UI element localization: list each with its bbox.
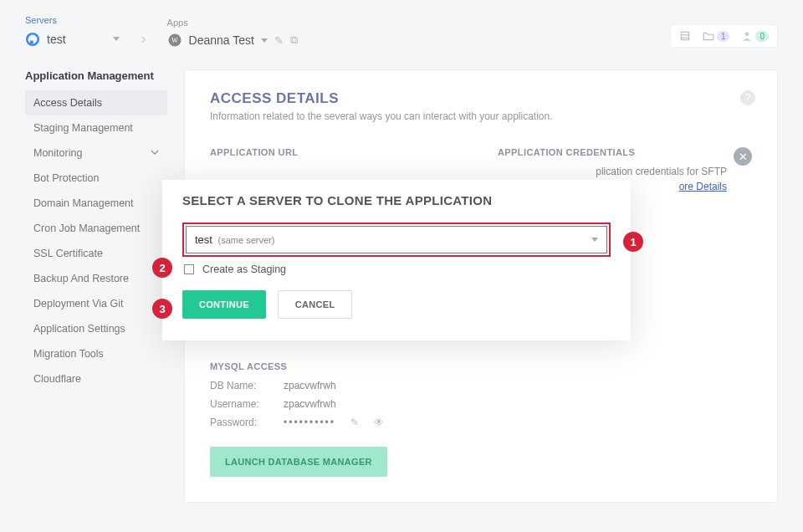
annotation-3: 3 [152,299,172,319]
cred-heading: APPLICATION CREDENTIALS [498,147,727,157]
cancel-button[interactable]: CANCEL [278,290,353,319]
svg-point-7 [745,32,749,36]
sidebar-item-cloudflare[interactable]: Cloudflare [25,366,167,391]
panel-title: ACCESS DETAILS [210,90,752,107]
select-value: test [195,233,212,246]
pass-key: Password: [210,417,269,428]
staging-row: Create as Staging [184,263,611,275]
sidebar-item-domain[interactable]: Domain Management [25,191,167,216]
app-url-heading: APPLICATION URL [210,147,464,157]
external-link-icon[interactable]: ⧉ [290,33,298,47]
breadcrumb-servers: Servers test › [25,15,146,48]
server-select[interactable]: test (same server) [186,226,607,253]
user-badge[interactable]: 0 [741,30,769,42]
mysql-section: MYSQL ACCESS DB Name:zpacvwfrwh Username… [210,361,752,477]
sidebar-item-settings[interactable]: Application Settings [25,316,167,341]
launch-db-button[interactable]: LAUNCH DATABASE MANAGER [210,447,387,477]
annotation-2: 2 [152,258,172,278]
pencil-icon[interactable]: ✎ [274,34,284,47]
svg-rect-1 [30,40,33,43]
clone-modal: SELECT A SERVER TO CLONE THE APPLICATION… [162,180,631,340]
digitalocean-icon [25,32,40,47]
app-name[interactable]: Deanna Test [189,33,254,47]
apps-label: Apps [167,18,298,28]
continue-button[interactable]: CONTINUE [182,290,266,319]
user-val: zpacvwfrwh [284,398,336,410]
svg-rect-4 [681,32,688,39]
sidebar-item-monitoring[interactable]: Monitoring [25,141,167,166]
cred-link[interactable]: ore Details [679,181,727,192]
sidebar-item-bot[interactable]: Bot Protection [25,166,167,191]
breadcrumb-apps: Apps W Deanna Test ✎ ⧉ [167,18,298,48]
sidebar-item-cron[interactable]: Cron Job Management [25,216,167,241]
eye-icon[interactable]: 👁 [374,417,384,428]
list-icon[interactable] [679,30,691,42]
chevron-down-icon[interactable] [261,38,268,43]
ch

chevron-down-icon [591,238,598,242]
top-bar: Servers test › Apps W Deanna Test ✎ ⧉ [0,0,803,53]
sidebar-item-staging[interactable]: Staging Management [25,115,167,141]
chevron-down-icon[interactable] [113,37,120,41]
sidebar-item-ssl[interactable]: SSL Certificate [25,241,167,266]
pencil-icon[interactable]: ✎ [350,417,359,428]
user-count: 0 [755,31,769,42]
pass-val: •••••••••• [284,417,335,428]
sidebar: Application Management Access Details St… [25,69,167,503]
sidebar-item-backup[interactable]: Backup And Restore [25,266,167,291]
server-select-highlight: test (same server) [182,223,611,257]
close-icon[interactable]: ✕ [734,147,752,166]
cred-text: plication credentials for SFTP [596,166,727,177]
server-name[interactable]: test [47,33,66,46]
select-hint: (same server) [218,235,275,245]
help-icon[interactable]: ? [740,90,755,105]
top-right-toolbar: 1 0 [670,24,778,48]
svg-text:W: W [171,37,178,44]
db-key: DB Name: [210,380,269,391]
chevron-down-icon [151,147,159,159]
db-val: zpacvwfrwh [284,380,336,391]
sidebar-title: Application Management [25,69,167,82]
folder-count: 1 [717,31,730,42]
wordpress-icon: W [167,33,182,48]
sidebar-item-access-details[interactable]: Access Details [25,90,167,115]
sidebar-item-deploy[interactable]: Deployment Via Git [25,291,167,316]
folder-badge[interactable]: 1 [703,31,730,42]
user-key: Username: [210,398,269,410]
staging-checkbox[interactable] [184,264,194,274]
chevron-right-icon: › [141,30,146,48]
staging-label: Create as Staging [202,263,286,275]
modal-title: SELECT A SERVER TO CLONE THE APPLICATION [182,193,611,207]
mysql-heading: MYSQL ACCESS [210,361,752,371]
sidebar-item-migration[interactable]: Migration Tools [25,341,167,366]
annotation-1: 1 [623,232,643,252]
servers-label: Servers [25,15,146,25]
panel-desc: Information related to the several ways … [210,110,752,122]
